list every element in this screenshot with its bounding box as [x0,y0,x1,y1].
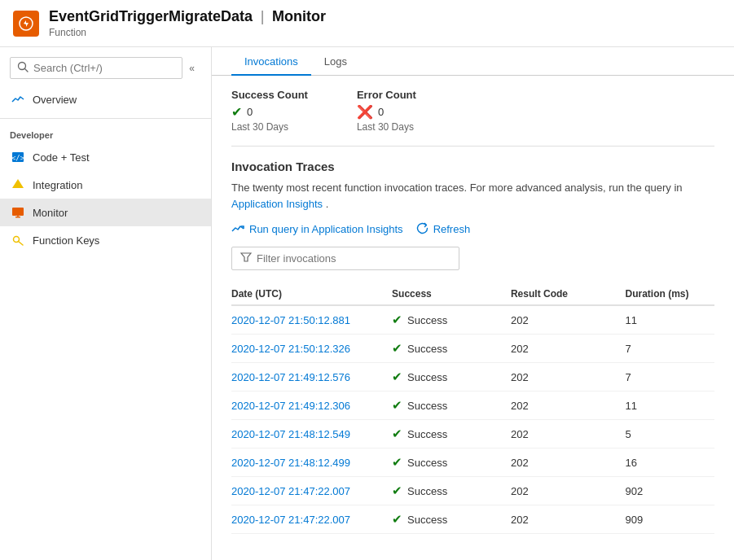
success-icon: ✔ [392,370,402,384]
cell-date[interactable]: 2020-12-07 21:48:12.549 [231,420,392,448]
cell-result: 202 [511,477,626,505]
col-header-success: Success [392,283,511,305]
success-icon: ✔ [392,512,402,527]
invocation-link[interactable]: 2020-12-07 21:47:22.007 [231,485,350,497]
cell-success: ✔ Success [392,448,511,477]
cell-duration: 7 [626,363,714,392]
success-label: Success [407,457,447,469]
cell-success: ✔ Success [392,420,511,448]
invocation-section-desc: The twenty most recent function invocati… [231,180,714,212]
svg-rect-6 [12,208,24,216]
cell-success: ✔ Success [392,505,511,534]
invocation-link[interactable]: 2020-12-07 21:50:12.881 [231,314,350,326]
svg-marker-11 [241,253,251,261]
svg-marker-5 [12,179,24,188]
sidebar-item-code-test[interactable]: </> Code + Test [0,143,211,171]
success-count-block: Success Count ✔ 0 Last 30 Days [231,89,308,133]
page-header: EventGridTriggerMigrateData | Monitor Fu… [0,0,734,47]
invocation-link[interactable]: 2020-12-07 21:48:12.499 [231,457,350,469]
code-icon: </> [10,149,26,165]
cell-success: ✔ Success [392,363,511,392]
cell-duration: 902 [626,477,714,505]
function-trigger-icon [13,11,39,37]
svg-line-10 [19,242,24,246]
invocations-table: Date (UTC) Success Result Code Duration … [231,283,714,534]
success-metric-icon: ✔ [231,104,242,120]
error-metric-icon: ❌ [357,104,373,120]
sidebar-divider [0,118,211,119]
table-row: 2020-12-07 21:48:12.499 ✔ Success 202 16 [231,448,714,477]
tab-invocations[interactable]: Invocations [231,47,311,76]
refresh-link[interactable]: Refresh [416,222,471,237]
search-icon [17,61,29,75]
metrics-row: Success Count ✔ 0 Last 30 Days Error Cou… [231,89,714,147]
cell-date[interactable]: 2020-12-07 21:48:12.499 [231,448,392,477]
cell-result: 202 [511,363,626,392]
run-query-link[interactable]: Run query in Application Insights [231,221,403,237]
cell-duration: 5 [626,420,714,448]
search-box[interactable] [10,57,182,79]
invocation-section-title: Invocation Traces [231,160,714,173]
table-header-row: Date (UTC) Success Result Code Duration … [231,283,714,305]
content-area: Invocations Logs Success Count ✔ 0 Last … [212,47,734,560]
table-row: 2020-12-07 21:49:12.306 ✔ Success 202 11 [231,392,714,420]
cell-result: 202 [511,448,626,477]
sidebar-item-function-keys[interactable]: Function Keys [0,226,211,254]
cell-result: 202 [511,335,626,363]
invocation-link[interactable]: 2020-12-07 21:49:12.576 [231,371,350,383]
invocation-link[interactable]: 2020-12-07 21:49:12.306 [231,400,350,412]
success-label: Success [407,371,447,383]
cell-success: ✔ Success [392,477,511,505]
page-title: EventGridTriggerMigrateData | Monitor [49,8,326,25]
filter-input[interactable] [257,252,451,265]
cell-duration: 7 [626,335,714,363]
error-count-value: 0 [378,106,384,118]
col-header-duration: Duration (ms) [626,283,714,305]
chart-icon [231,221,244,237]
cell-success: ✔ Success [392,392,511,420]
cell-result: 202 [511,392,626,420]
cell-duration: 909 [626,505,714,534]
filter-icon [240,252,252,265]
cell-date[interactable]: 2020-12-07 21:49:12.576 [231,363,392,392]
table-row: 2020-12-07 21:47:22.007 ✔ Success 202 90… [231,477,714,505]
invocation-link[interactable]: 2020-12-07 21:48:12.549 [231,428,350,440]
success-label: Success [407,343,447,355]
invocation-link[interactable]: 2020-12-07 21:47:22.007 [231,514,350,526]
cell-date[interactable]: 2020-12-07 21:47:22.007 [231,477,392,505]
cell-date[interactable]: 2020-12-07 21:50:12.326 [231,335,392,363]
search-input[interactable] [33,62,175,74]
tab-logs[interactable]: Logs [311,47,360,76]
svg-rect-7 [15,217,20,218]
refresh-icon [416,222,429,237]
developer-section-label: Developer [0,124,211,143]
cell-success: ✔ Success [392,335,511,363]
cell-result: 202 [511,505,626,534]
cell-date[interactable]: 2020-12-07 21:49:12.306 [231,392,392,420]
sidebar-item-overview[interactable]: Overview [0,85,211,113]
sidebar-item-monitor[interactable]: Monitor [0,199,211,226]
invocation-link[interactable]: 2020-12-07 21:50:12.326 [231,343,350,355]
cell-success: ✔ Success [392,305,511,335]
action-bar: Run query in Application Insights Refres… [231,221,714,237]
integration-icon [10,177,26,193]
success-label: Success [407,485,447,497]
monitor-icon [10,204,26,221]
success-icon: ✔ [392,313,402,327]
table-row: 2020-12-07 21:50:12.881 ✔ Success 202 11 [231,305,714,335]
filter-box[interactable] [231,247,459,270]
app-insights-link[interactable]: Application Insights [231,198,323,210]
cell-date[interactable]: 2020-12-07 21:47:22.007 [231,505,392,534]
cell-date[interactable]: 2020-12-07 21:50:12.881 [231,305,392,335]
cell-result: 202 [511,305,626,335]
table-row: 2020-12-07 21:47:22.007 ✔ Success 202 90… [231,505,714,534]
success-icon: ✔ [392,483,402,498]
success-icon: ✔ [392,455,402,470]
svg-line-2 [25,69,29,72]
cell-duration: 11 [626,305,714,335]
col-header-date: Date (UTC) [231,283,392,305]
sidebar: « Overview Developer </> Code + Test [0,47,212,560]
collapse-button[interactable]: « [182,63,201,74]
sidebar-item-integration[interactable]: Integration [0,171,211,199]
cell-duration: 16 [626,448,714,477]
